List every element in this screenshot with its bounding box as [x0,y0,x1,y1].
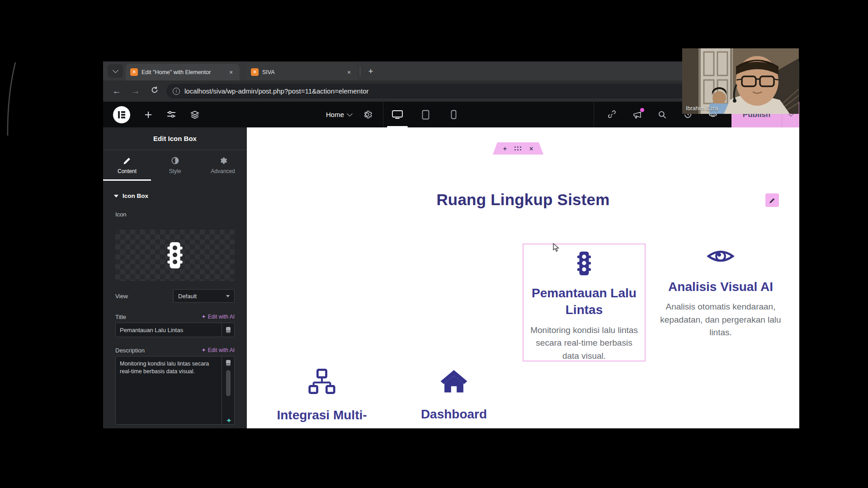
gear-icon [363,110,372,119]
description-control-row: Description ✦ Edit with AI [115,346,235,354]
icon-box-dashboard[interactable]: DashboardTerpusat [393,368,515,428]
title-label: Title [115,314,126,320]
view-select[interactable]: Default [173,289,235,303]
title-input[interactable]: Pemantauan Lalu Lintas [115,323,235,337]
caret-down-icon [226,295,230,297]
editor-canvas[interactable]: + × Ruang Lingkup Sistem [247,127,799,428]
ai-sparkle-icon: ✦ [202,347,206,353]
tab-label: Style [169,168,181,174]
chevron-down-icon [113,67,118,73]
toolbar-divider [594,102,594,127]
icon-preview-area[interactable] [115,230,235,281]
icon-box-description[interactable]: Monitoring kondisi lalu lintas secara re… [530,324,638,363]
icon-control-label: Icon [115,211,247,218]
tab-label: Content [118,168,137,174]
edit-with-ai-button[interactable]: ✦ Edit with AI [202,347,235,353]
tab-siva[interactable]: ✕ SIVA × [246,64,358,80]
tab-advanced[interactable]: Advanced [199,150,247,181]
ai-sparkle-icon: ✦ [202,314,206,320]
device-desktop-button[interactable] [383,102,411,127]
url-text: localhost/siva/wp-admin/post.php?post=11… [184,87,368,95]
tab-style[interactable]: Style [151,150,199,181]
tab-edit-home-elementor[interactable]: ✕ Edit "Home" with Elementor × [126,64,240,80]
link-icon [607,110,616,119]
page-switcher-dropdown[interactable]: Home [326,111,352,118]
description-textarea[interactable]: Monitoring kondisi lalu lintas secara re… [115,356,235,425]
tab-label: Advanced [211,168,235,174]
section-heading[interactable]: Ruang Lingkup Sistem [247,191,799,209]
screen: ✕ Edit "Home" with Elementor × ✕ SIVA × … [0,0,868,488]
title-input-value: Pemantauan Lalu Lintas [116,323,222,337]
tab-title: SIVA [262,69,341,75]
close-tab-icon[interactable]: × [345,69,353,76]
description-label: Description [115,347,145,354]
dynamic-tags-button[interactable] [226,357,231,369]
device-mobile-button[interactable] [439,102,467,127]
webcam-name-label: Ibrahim Ezra [686,105,718,112]
plus-icon [144,110,153,119]
finder-search-button[interactable] [656,110,668,119]
icon-box-title[interactable]: Pemantauan Lalu Lintas [524,285,645,319]
desktop-icon [392,110,403,120]
delete-section-icon[interactable]: × [529,145,533,152]
elementor-logo-icon [117,110,126,119]
edit-section-button[interactable] [765,193,779,207]
section-icon-box-toggle[interactable]: Icon Box [103,181,247,201]
device-tablet-button[interactable] [411,102,439,127]
edit-with-ai-label: Edit with AI [208,314,235,320]
site-info-icon[interactable]: i [173,88,180,95]
browser-window: ✕ Edit "Home" with Elementor × ✕ SIVA × … [103,61,799,428]
tab-content[interactable]: Content [103,150,151,181]
forward-icon[interactable]: → [130,86,141,96]
panel-title: Edit Icon Box [153,135,197,142]
reload-icon[interactable] [149,86,160,96]
pencil-icon [123,156,132,165]
site-settings-button[interactable] [166,110,176,119]
contrast-icon [171,156,179,165]
icon-box-description[interactable]: Analisis otomatis kendaraan, kepadatan, … [655,300,787,339]
whats-new-button[interactable] [631,110,643,119]
copy-link-button[interactable] [606,110,618,119]
section-title: Icon Box [123,192,148,199]
icon-box-title[interactable]: Integrasi Multi-Perangkat [261,405,383,428]
traffic-light-icon [161,241,189,269]
new-tab-button[interactable]: + [364,65,377,78]
description-side-rail [222,357,234,424]
elementor-menu-button[interactable] [113,106,130,123]
dynamic-tags-button[interactable] [222,323,234,337]
sliders-icon [166,110,176,119]
add-section-icon[interactable]: + [503,145,507,152]
textarea-scrollbar[interactable] [226,370,231,396]
edit-with-ai-button[interactable]: ✦ Edit with AI [202,314,235,320]
close-tab-icon[interactable]: × [227,69,235,76]
add-element-button[interactable] [144,110,153,119]
eye-icon [707,246,735,266]
view-control-row: View Default [115,289,235,303]
database-icon [226,327,231,333]
webcam-video-frame [682,48,799,114]
icon-box-title[interactable]: Analisis Visual AI [655,280,787,294]
drag-handle-icon[interactable] [514,146,522,151]
xampp-favicon-icon: ✕ [130,68,138,76]
notification-dot [640,108,644,112]
tab-search-button[interactable] [108,64,123,78]
tablet-icon [422,110,429,120]
address-field[interactable]: i localhost/siva/wp-admin/post.php?post=… [166,84,686,99]
back-icon[interactable]: ← [111,86,122,96]
active-tab-underline [103,179,151,181]
page-settings-button[interactable] [363,110,372,119]
mouse-cursor [552,243,561,252]
letterbox-curve-decoration [0,54,27,145]
icon-box-title[interactable]: DashboardTerpusat [393,404,515,428]
section-handle[interactable]: + × [493,142,543,155]
icon-box-integrasi[interactable]: Integrasi Multi-Perangkat [261,368,383,428]
layers-icon [190,110,200,120]
ai-assistant-icon[interactable]: ✦ [226,417,233,424]
icon-box-pemantauan[interactable]: Pemantauan Lalu Lintas Monitoring kondis… [523,244,646,361]
tab-title: Edit "Home" with Elementor [142,69,223,75]
mobile-icon [451,110,457,119]
home-icon [440,368,468,394]
icon-box-analisis[interactable]: Analisis Visual AI Analisis otomatis ken… [655,246,787,339]
structure-button[interactable] [190,110,200,120]
xampp-favicon-icon: ✕ [251,68,259,76]
